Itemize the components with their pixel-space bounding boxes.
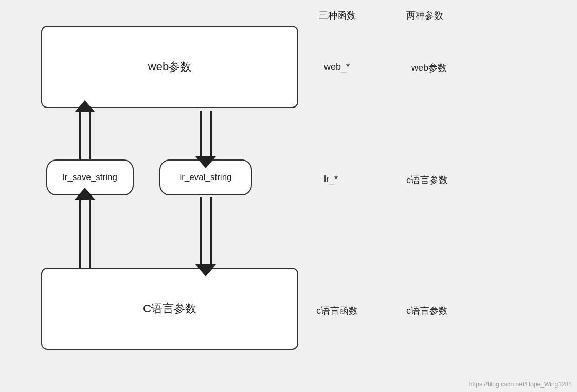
- header-two-params: 两种参数: [406, 9, 443, 22]
- header-three-functions: 三种函数: [319, 9, 356, 22]
- c-params-label: C语言参数: [143, 301, 196, 316]
- lr-eval-string-box: lr_eval_string: [159, 159, 252, 195]
- lr-save-string-box: lr_save_string: [46, 159, 134, 195]
- lr-save-string-label: lr_save_string: [63, 172, 117, 183]
- lr-eval-string-label: lr_eval_string: [179, 172, 231, 183]
- lr-star-label: lr_*: [324, 174, 338, 185]
- c-lang-func-label: c语言函数: [316, 305, 358, 317]
- web-star-label: web_*: [324, 62, 350, 73]
- web-params-label: web参数: [148, 59, 191, 75]
- diagram-area: web参数 lr_save_string lr_eval_string C语言参…: [0, 0, 577, 392]
- c-params-box: C语言参数: [41, 268, 298, 350]
- watermark: https://blog.csdn.net/Hope_Wing1288: [469, 381, 572, 388]
- c-lang-param-label2: c语言参数: [406, 305, 448, 317]
- web-params-box: web参数: [41, 26, 298, 108]
- web-param-label: web参数: [411, 62, 447, 74]
- c-lang-param-label: c语言参数: [406, 174, 448, 186]
